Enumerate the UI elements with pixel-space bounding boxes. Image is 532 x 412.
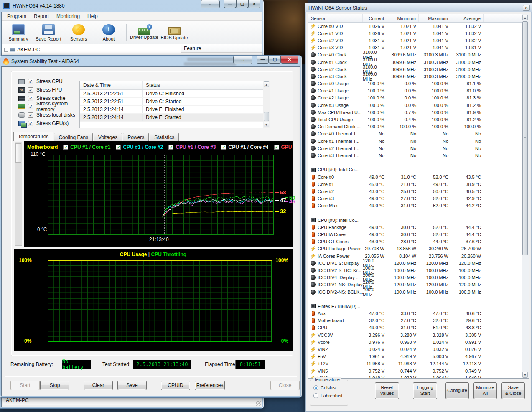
hwinfo-aero-switch-button[interactable]: ⇔ [201,0,220,8]
sensor-row[interactable]: CPU49.0 °C31.0 °C51.0 °C43.8 °C [308,324,522,331]
sensor-row[interactable]: Core #1 Usage100.0 %0.0 %100.0 %81.0 % [308,87,522,94]
graph-vertical-slider[interactable] [15,142,22,246]
sensor-titlebar[interactable]: HWiNFO64 Sensor Status [305,3,532,12]
sensor-row[interactable]: VIN20.024 V0.024 V0.032 V0.026 V [308,346,522,353]
radio-icon[interactable] [313,385,318,390]
checkbox[interactable]: ✓ [28,121,33,126]
log-row[interactable]: 2.5.2013 21:22:51Drive C: Started [80,98,270,106]
sensor-row[interactable]: +12V11.968 V11.968 V12.144 V12.113 V [308,360,522,367]
sensor-row[interactable]: Core #1 Thermal T...NoNoNoNo [308,137,522,145]
sensor-row[interactable]: ICC DIV2-S: BCLK/...100.0 MHz100.0 MHz10… [308,267,522,274]
sensor-row[interactable]: Aux47.0 °C33.0 °C47.0 °C40.6 °C [308,310,522,317]
sensor-row[interactable]: Core #0 Clock3100.0 MHz3099.6 MHz3100.3 … [308,51,522,58]
sensor-row[interactable]: Core #1 Clock3100.0 MHz3099.6 MHz3100.3 … [308,58,522,66]
log-scrollbar-thumb[interactable] [264,112,269,121]
sensor-row[interactable]: CPU Package Power29.703 W13.856 W30.230 … [308,245,522,252]
checkbox[interactable]: ✓ [28,104,33,109]
scroll-up-icon[interactable]: ▲ [264,81,269,87]
cpuid-button[interactable]: CPUID [161,381,190,390]
tab-statistics[interactable]: Statistics [150,133,179,141]
collapse-icon[interactable]: − [4,48,8,52]
sensor-row[interactable]: Core #2 Clock3100.0 MHz3099.6 MHz3100.3 … [308,66,522,73]
sensor-row[interactable]: Core #049.0 °C31.0 °C52.0 °C43.5 °C [308,173,522,181]
sensor-row[interactable]: Core #0 Usage100.0 %0.0 %100.0 %81.1 % [308,80,522,87]
sensor-scrollbar[interactable]: ▲ ▼ [522,14,529,378]
sensor-row[interactable]: +5V4.961 V4.919 V5.003 V4.967 V [308,353,522,360]
legend-checkbox[interactable]: ✓ [116,145,121,150]
radio-celsius[interactable]: Celsius [313,385,336,390]
reset-values-button[interactable]: Reset Values [375,382,399,399]
save-button[interactable]: Save [117,381,147,390]
aida64-close-button[interactable]: ✕ [281,56,298,64]
sensor-close-button[interactable]: ✕ [523,5,530,11]
tab-cooling-fans[interactable]: Cooling Fans [54,133,93,141]
sensor-row[interactable]: Core #3 Thermal T...NoNoNoNo [308,152,522,159]
scroll-down-icon[interactable]: ▼ [522,372,528,378]
scroll-up-icon[interactable]: ▲ [522,15,528,20]
checkbox[interactable]: ✓ [28,87,33,93]
aida64-aero-switch-button[interactable]: ⇔ [233,56,252,64]
log-scrollbar[interactable]: ▲ ▼ [263,81,270,128]
log-header-row[interactable]: Date & TimeStatus [80,81,270,90]
checkbox[interactable]: ✓ [28,112,33,118]
sensor-row[interactable]: VCC3V3.296 V3.280 V3.328 V3.305 V [308,331,522,338]
sensor-column-header-maximum[interactable]: Maximum [419,14,451,22]
sensor-column-header-current[interactable]: Current [363,14,387,22]
log-column-header-status[interactable]: Status [143,81,270,89]
aida64-maximize-button[interactable]: ▢ [269,56,281,64]
legend-checkbox[interactable]: ✓ [168,145,173,150]
toolbar-button-summary[interactable]: Summary [3,22,33,43]
checkbox[interactable]: ✓ [28,96,33,101]
legend-checkbox[interactable]: ✓ [274,145,279,150]
sensor-row[interactable]: On-Demand Clock ...100.0 %100.0 %100.0 %… [308,123,522,130]
legend-checkbox[interactable]: ✓ [63,145,68,150]
log-column-header-datetime[interactable]: Date & Time [80,81,143,89]
sensor-row[interactable]: ICC DIV4: Display ...100.0 MHz100.0 MHz1… [308,274,522,281]
sensor-row[interactable]: CPU GT Cores43.0 °C28.0 °C44.0 °C37.6 °C [308,238,522,245]
menu-item-program[interactable]: Program [3,13,30,20]
menu-item-monitoring[interactable]: Monitoring [53,13,84,20]
preferences-button[interactable]: Preferences [195,381,225,390]
sensor-column-header-minimum[interactable]: Minimum [387,14,419,22]
sensor-table-header[interactable]: SensorCurrentMinimumMaximumAverage [308,14,529,23]
hwinfo-maximize-button[interactable]: ▢ [236,0,248,8]
sensor-row[interactable]: Core #0 VID1.026 V1.021 V1.041 V1.032 V [308,23,522,30]
scroll-down-icon[interactable]: ▼ [264,122,269,127]
sensor-row[interactable]: Core #145.0 °C21.0 °C49.0 °C38.9 °C [308,181,522,188]
sensor-row[interactable]: Core Max49.0 °C31.0 °C52.0 °C44.2 °C [308,202,522,209]
sensor-row[interactable]: CPU IA Cores49.0 °C30.0 °C52.0 °C44.4 °C [308,231,522,238]
sensor-scrollbar-thumb[interactable] [522,21,528,255]
sensor-row[interactable]: Core #349.0 °C27.0 °C52.0 °C42.9 °C [308,195,522,202]
hwinfo-close-button[interactable]: ✕ [248,0,260,8]
log-row[interactable]: 2.5.2013 21:24:14Drive E: Finished [80,106,270,114]
aida64-minimize-button[interactable]: — [257,56,269,64]
menu-item-help[interactable]: Help [84,13,102,20]
toolbar-button-bios-update[interactable]: BIOS Update [159,22,189,43]
sensor-group-row[interactable]: Fintek F71868A(D)... [308,303,522,310]
minimize-all-button[interactable]: Minimize All [473,382,497,399]
toolbar-button-driver-update[interactable]: Driver Update [129,22,159,43]
sensor-row[interactable]: Vcore0.976 V0.968 V1.024 V0.991 V [308,338,522,346]
hwinfo-minimize-button[interactable]: — [224,0,236,8]
log-row[interactable]: 2.5.2013 21:22:51Drive C: Finished [80,90,270,98]
stop-button[interactable]: Stop [40,381,69,390]
feature-column-header[interactable]: Feature [181,44,262,53]
sensor-row[interactable]: Core #3 Clock3100.0 MHz3099.6 MHz3100.3 … [308,73,522,80]
toolbar-button-about[interactable]: About [94,22,124,43]
radio-fahrenheit[interactable]: Fahrenheit [313,393,343,398]
configure-button[interactable]: Configure [445,382,469,399]
sensor-row[interactable]: ICC DIV1-NS: Display120.0 MHz120.0 MHz12… [308,281,522,288]
clear-button[interactable]: Clear [84,381,113,390]
sensor-row[interactable]: Total CPU Usage100.0 %0.4 %100.0 %81.2 % [308,116,522,123]
sensor-group-row[interactable]: CPU [#0]: Intel Co... [308,166,522,173]
sensor-row[interactable]: Core #243.0 °C25.0 °C50.0 °C40.5 °C [308,188,522,195]
sensor-row[interactable]: Motherboard32.0 °C27.0 °C32.0 °C29.6 °C [308,317,522,324]
sensor-row[interactable]: IA Cores Power23.055 W8.104 W23.756 W20.… [308,252,522,259]
tab-temperatures[interactable]: Temperatures [13,132,53,141]
legend-checkbox[interactable]: ✓ [221,145,226,150]
log-row[interactable]: 2.5.2013 21:24:14Drive E: Started [80,114,270,122]
tab-powers[interactable]: Powers [123,133,149,141]
sensor-column-header-sensor[interactable]: Sensor [308,14,363,22]
sensor-row[interactable]: Core #3 VID1.031 V1.021 V1.041 V1.031 V [308,44,522,51]
sensor-row[interactable]: Max CPU/Thread U...100.0 %0.7 %100.0 %81… [308,109,522,116]
